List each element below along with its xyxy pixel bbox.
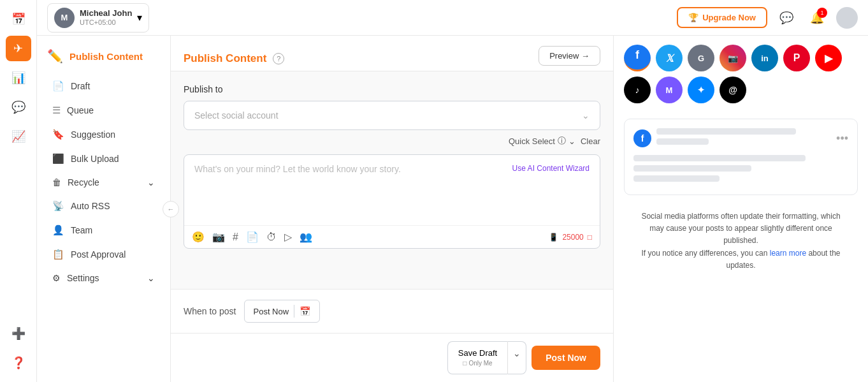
- ai-content-wizard-button[interactable]: Use AI Content Wizard: [512, 164, 590, 173]
- messages-button[interactable]: 💬: [775, 6, 798, 29]
- char-count: 📱 25000 □: [549, 233, 592, 242]
- emoji-icon[interactable]: 🙂: [192, 231, 205, 243]
- document-icon[interactable]: 📄: [246, 231, 259, 243]
- user-info: Micheal John UTC+05:00: [80, 8, 132, 27]
- post-now-button[interactable]: Post Now: [532, 346, 600, 370]
- sidebar-item-publish[interactable]: ✈: [6, 36, 31, 61]
- post-now-select[interactable]: Post Now 📅: [244, 300, 321, 323]
- user-switcher[interactable]: M Micheal John UTC+05:00 ▾: [47, 3, 149, 33]
- publish-to-label: Publish to: [184, 84, 600, 94]
- recycle-left: 🗑 Recycle: [52, 177, 99, 187]
- sidebar-item-settings[interactable]: ⚙ Settings ⌄: [42, 267, 165, 290]
- instagram-icon-button[interactable]: 📷: [720, 45, 746, 71]
- collapse-sidebar-button[interactable]: ←: [163, 201, 179, 217]
- google-icon-button[interactable]: G: [688, 45, 714, 71]
- linkedin-icon-button[interactable]: in: [751, 45, 778, 71]
- pinterest-icon-button[interactable]: P: [783, 45, 810, 71]
- preview-panel: f 𝕏 G 📷 in P ▶ ♪ M ✦ @ f •••: [613, 36, 868, 382]
- preview-disclaimer: Social media platforms often update thei…: [624, 203, 858, 279]
- inbox-icon: 💬: [11, 100, 25, 114]
- post-text-area[interactable]: What's on your mind? Let the world know …: [184, 155, 600, 225]
- mock-name-line: [656, 128, 796, 135]
- save-draft-group: Save Draft □ Only Me ⌄: [447, 341, 526, 374]
- sidebar-item-suggestion[interactable]: 🔖 Suggestion: [42, 122, 165, 147]
- mock-user-info-lines: [656, 128, 831, 149]
- youtube-icon-button[interactable]: ▶: [815, 45, 842, 71]
- image-icon[interactable]: 📷: [212, 231, 225, 243]
- settings-chevron-icon: ⌄: [147, 273, 155, 283]
- social-account-select[interactable]: Select social account ⌄: [184, 101, 600, 130]
- sidebar-item-team-label: Team: [71, 225, 92, 235]
- text-placeholder: What's on your mind? Let the world know …: [194, 164, 401, 174]
- tiktok-icon-button[interactable]: ♪: [624, 77, 651, 103]
- settings-left: ⚙ Settings: [52, 273, 99, 283]
- notifications-button[interactable]: 🔔 1: [806, 6, 828, 29]
- icon-bar-bottom: ➕ ❓: [6, 321, 31, 376]
- mastodon-icon-button[interactable]: M: [656, 77, 683, 103]
- sidebar-item-analytics[interactable]: 📊: [6, 65, 31, 91]
- mock-post-card: f •••: [624, 119, 858, 195]
- sidebar-item-draft-label: Draft: [71, 81, 90, 91]
- icon-bar: 📅 ✈ 📊 💬 📈 ➕ ❓: [0, 0, 37, 382]
- timer-icon[interactable]: ⏱: [266, 231, 277, 243]
- sidebar-item-queue[interactable]: ☰ Queue: [42, 98, 165, 122]
- save-draft-sub: □ Only Me: [463, 360, 492, 367]
- char-warning-icon: 📱: [549, 233, 558, 242]
- team-tag-icon[interactable]: 👥: [300, 231, 312, 243]
- sidebar-item-add[interactable]: ➕: [6, 321, 31, 346]
- twitter-icon-button[interactable]: 𝕏: [656, 45, 683, 71]
- when-to-post-label: When to post: [184, 306, 236, 316]
- sidebar-item-settings-label: Settings: [67, 273, 99, 283]
- when-to-post-row: When to post Post Now 📅: [171, 289, 613, 333]
- sidebar-item-reports[interactable]: 📈: [6, 124, 31, 149]
- bulk-upload-icon: ⬛: [52, 153, 64, 165]
- learn-more-link[interactable]: learn more: [770, 249, 806, 258]
- sidebar-item-help[interactable]: ❓: [6, 350, 31, 376]
- upgrade-button[interactable]: 🏆 Upgrade Now: [677, 7, 767, 28]
- sidebar: ✏️ Publish Content 📄 Draft ☰ Queue 🔖 Sug…: [37, 36, 171, 382]
- rss-icon: 📡: [52, 200, 64, 212]
- boost-icon[interactable]: ▷: [284, 231, 292, 243]
- send-icon: ✈: [13, 41, 23, 55]
- mock-body-lines: [633, 155, 848, 182]
- queue-icon: ☰: [52, 105, 61, 116]
- trophy-icon: 🏆: [688, 13, 698, 22]
- mock-body-line-3: [633, 175, 720, 182]
- sidebar-item-auto-rss[interactable]: 📡 Auto RSS: [42, 194, 165, 218]
- sidebar-item-suggestion-label: Suggestion: [71, 129, 115, 140]
- suggestion-icon: 🔖: [52, 129, 64, 140]
- sidebar-item-inbox[interactable]: 💬: [6, 94, 31, 120]
- plus-icon: ➕: [11, 327, 25, 341]
- threads-icon-button[interactable]: @: [720, 77, 746, 103]
- dropdown-arrow-icon: ▾: [137, 11, 142, 24]
- help-icon: ❓: [11, 356, 25, 370]
- bluesky-icon-button[interactable]: ✦: [688, 77, 714, 103]
- profile-avatar[interactable]: [836, 7, 858, 29]
- sidebar-item-bulk-upload[interactable]: ⬛ Bulk Upload: [42, 147, 165, 171]
- more-options-icon[interactable]: •••: [836, 132, 848, 145]
- save-draft-button[interactable]: Save Draft □ Only Me: [447, 341, 507, 374]
- clear-button[interactable]: Clear: [581, 136, 600, 146]
- sidebar-item-calendar[interactable]: 📅: [6, 6, 31, 32]
- preview-button[interactable]: Preview →: [539, 46, 600, 66]
- sidebar-header: ✏️ Publish Content: [37, 43, 170, 74]
- content-area: Publish Content ? Preview → Publish to S…: [171, 36, 613, 382]
- hashtag-icon[interactable]: #: [233, 231, 238, 243]
- sidebar-item-post-approval[interactable]: 📋 Post Approval: [42, 242, 165, 267]
- post-now-label: Post Now: [254, 307, 289, 316]
- calendar-icon[interactable]: 📅: [300, 306, 310, 316]
- sidebar-item-team[interactable]: 👤 Team: [42, 218, 165, 242]
- preview-content: f ••• Social media platforms often updat…: [614, 108, 868, 382]
- select-divider: [294, 305, 294, 318]
- team-icon: 👤: [52, 224, 64, 236]
- facebook-icon-button[interactable]: f: [624, 45, 651, 71]
- sidebar-item-draft[interactable]: 📄 Draft: [42, 74, 165, 98]
- save-draft-dropdown-button[interactable]: ⌄: [507, 341, 526, 374]
- sidebar-publish-title: Publish Content: [69, 51, 143, 62]
- sidebar-item-queue-label: Queue: [67, 105, 94, 115]
- user-timezone: UTC+05:00: [80, 18, 132, 27]
- topbar: M Micheal John UTC+05:00 ▾ 🏆 Upgrade Now…: [37, 0, 868, 36]
- quick-select-button[interactable]: Quick Select ⓘ ⌄: [509, 135, 575, 147]
- sidebar-item-recycle[interactable]: 🗑 Recycle ⌄: [42, 171, 165, 194]
- help-tooltip-icon[interactable]: ?: [273, 53, 284, 64]
